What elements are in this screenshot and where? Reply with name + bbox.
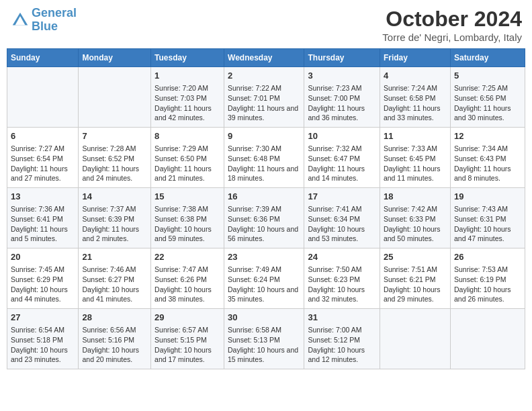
- calendar-cell: 16Sunrise: 7:39 AM Sunset: 6:36 PM Dayli…: [224, 188, 304, 248]
- calendar-cell: 23Sunrise: 7:49 AM Sunset: 6:24 PM Dayli…: [224, 248, 304, 309]
- day-number: 13: [11, 191, 75, 203]
- day-number: 12: [454, 130, 521, 142]
- day-number: 10: [308, 130, 375, 142]
- calendar-cell: 24Sunrise: 7:50 AM Sunset: 6:23 PM Dayli…: [304, 248, 380, 309]
- day-info: Sunrise: 7:49 AM Sunset: 6:24 PM Dayligh…: [228, 265, 300, 304]
- day-number: 8: [154, 130, 220, 142]
- day-number: 26: [454, 251, 521, 263]
- day-info: Sunrise: 7:46 AM Sunset: 6:27 PM Dayligh…: [82, 265, 147, 304]
- calendar-cell: 5Sunrise: 7:25 AM Sunset: 6:56 PM Daylig…: [450, 67, 525, 128]
- logo-line1: General: [32, 6, 77, 19]
- day-number: 25: [384, 251, 447, 263]
- day-number: 7: [82, 130, 147, 142]
- day-info: Sunrise: 7:23 AM Sunset: 7:00 PM Dayligh…: [308, 83, 375, 123]
- logo-icon: [10, 10, 30, 30]
- day-number: 29: [154, 312, 220, 324]
- calendar-cell: 12Sunrise: 7:34 AM Sunset: 6:43 PM Dayli…: [450, 128, 525, 188]
- day-number: 28: [82, 312, 147, 324]
- header-sunday: Sunday: [7, 49, 79, 67]
- title-block: October 2024 Torre de' Negri, Lombardy, …: [382, 7, 522, 43]
- calendar-cell: 3Sunrise: 7:23 AM Sunset: 7:00 PM Daylig…: [304, 67, 380, 128]
- day-number: 9: [228, 130, 300, 142]
- day-number: 27: [11, 312, 75, 324]
- day-info: Sunrise: 7:45 AM Sunset: 6:29 PM Dayligh…: [11, 265, 75, 304]
- logo: General Blue: [10, 7, 77, 34]
- day-info: Sunrise: 7:41 AM Sunset: 6:34 PM Dayligh…: [308, 204, 375, 244]
- calendar-cell: 1Sunrise: 7:20 AM Sunset: 7:03 PM Daylig…: [151, 67, 224, 128]
- calendar-cell: 28Sunrise: 6:56 AM Sunset: 5:16 PM Dayli…: [79, 309, 151, 369]
- day-number: 22: [154, 251, 220, 263]
- calendar-cell: 21Sunrise: 7:46 AM Sunset: 6:27 PM Dayli…: [79, 248, 151, 309]
- calendar-cell: 30Sunrise: 6:58 AM Sunset: 5:13 PM Dayli…: [224, 309, 304, 369]
- calendar-cell: [7, 67, 79, 128]
- day-number: 1: [154, 70, 220, 82]
- day-number: 6: [11, 130, 75, 142]
- logo-line2: Blue: [32, 19, 58, 33]
- location-title: Torre de' Negri, Lombardy, Italy: [382, 32, 522, 43]
- calendar-week-2: 6Sunrise: 7:27 AM Sunset: 6:54 PM Daylig…: [7, 128, 525, 188]
- calendar-cell: 26Sunrise: 7:53 AM Sunset: 6:19 PM Dayli…: [450, 248, 525, 309]
- day-number: 16: [228, 191, 300, 203]
- calendar-cell: 29Sunrise: 6:57 AM Sunset: 5:15 PM Dayli…: [151, 309, 224, 369]
- day-info: Sunrise: 7:33 AM Sunset: 6:45 PM Dayligh…: [384, 144, 447, 183]
- day-number: 11: [384, 130, 447, 142]
- day-info: Sunrise: 7:29 AM Sunset: 6:50 PM Dayligh…: [154, 144, 220, 183]
- calendar-cell: [380, 309, 450, 369]
- header-friday: Friday: [380, 49, 450, 67]
- calendar-cell: 22Sunrise: 7:47 AM Sunset: 6:26 PM Dayli…: [151, 248, 224, 309]
- calendar-cell: 7Sunrise: 7:28 AM Sunset: 6:52 PM Daylig…: [79, 128, 151, 188]
- calendar-cell: 27Sunrise: 6:54 AM Sunset: 5:18 PM Dayli…: [7, 309, 79, 369]
- day-info: Sunrise: 7:32 AM Sunset: 6:47 PM Dayligh…: [308, 144, 375, 183]
- calendar-cell: 8Sunrise: 7:29 AM Sunset: 6:50 PM Daylig…: [151, 128, 224, 188]
- calendar-cell: [450, 309, 525, 369]
- day-info: Sunrise: 7:00 AM Sunset: 5:12 PM Dayligh…: [308, 325, 375, 365]
- month-title: October 2024: [382, 7, 522, 32]
- header-tuesday: Tuesday: [151, 49, 224, 67]
- day-info: Sunrise: 7:53 AM Sunset: 6:19 PM Dayligh…: [454, 265, 521, 304]
- calendar-cell: 20Sunrise: 7:45 AM Sunset: 6:29 PM Dayli…: [7, 248, 79, 309]
- day-number: 15: [154, 191, 220, 203]
- day-info: Sunrise: 7:20 AM Sunset: 7:03 PM Dayligh…: [154, 83, 220, 123]
- calendar-cell: 25Sunrise: 7:51 AM Sunset: 6:21 PM Dayli…: [380, 248, 450, 309]
- day-number: 20: [11, 251, 75, 263]
- header-saturday: Saturday: [450, 49, 525, 67]
- page-header: General Blue October 2024 Torre de' Negr…: [7, 7, 525, 43]
- day-info: Sunrise: 7:28 AM Sunset: 6:52 PM Dayligh…: [82, 144, 147, 183]
- day-info: Sunrise: 6:58 AM Sunset: 5:13 PM Dayligh…: [228, 325, 300, 365]
- day-info: Sunrise: 7:25 AM Sunset: 6:56 PM Dayligh…: [454, 83, 521, 123]
- calendar-cell: 2Sunrise: 7:22 AM Sunset: 7:01 PM Daylig…: [224, 67, 304, 128]
- calendar-cell: 14Sunrise: 7:37 AM Sunset: 6:39 PM Dayli…: [79, 188, 151, 248]
- day-info: Sunrise: 7:37 AM Sunset: 6:39 PM Dayligh…: [82, 204, 147, 244]
- calendar-header: Sunday Monday Tuesday Wednesday Thursday…: [7, 49, 525, 67]
- calendar-cell: 17Sunrise: 7:41 AM Sunset: 6:34 PM Dayli…: [304, 188, 380, 248]
- day-number: 21: [82, 251, 147, 263]
- calendar-cell: [79, 67, 151, 128]
- header-wednesday: Wednesday: [224, 49, 304, 67]
- calendar-cell: 18Sunrise: 7:42 AM Sunset: 6:33 PM Dayli…: [380, 188, 450, 248]
- header-monday: Monday: [79, 49, 151, 67]
- day-info: Sunrise: 6:56 AM Sunset: 5:16 PM Dayligh…: [82, 325, 147, 365]
- header-row: Sunday Monday Tuesday Wednesday Thursday…: [7, 49, 525, 67]
- calendar-cell: 13Sunrise: 7:36 AM Sunset: 6:41 PM Dayli…: [7, 188, 79, 248]
- calendar-cell: 10Sunrise: 7:32 AM Sunset: 6:47 PM Dayli…: [304, 128, 380, 188]
- day-number: 23: [228, 251, 300, 263]
- calendar-cell: 15Sunrise: 7:38 AM Sunset: 6:38 PM Dayli…: [151, 188, 224, 248]
- day-number: 18: [384, 191, 447, 203]
- calendar-cell: 11Sunrise: 7:33 AM Sunset: 6:45 PM Dayli…: [380, 128, 450, 188]
- day-info: Sunrise: 7:36 AM Sunset: 6:41 PM Dayligh…: [11, 204, 75, 244]
- day-info: Sunrise: 7:47 AM Sunset: 6:26 PM Dayligh…: [154, 265, 220, 304]
- calendar-week-1: 1Sunrise: 7:20 AM Sunset: 7:03 PM Daylig…: [7, 67, 525, 128]
- day-info: Sunrise: 7:43 AM Sunset: 6:31 PM Dayligh…: [454, 204, 521, 244]
- calendar-body: 1Sunrise: 7:20 AM Sunset: 7:03 PM Daylig…: [7, 67, 525, 369]
- day-info: Sunrise: 6:54 AM Sunset: 5:18 PM Dayligh…: [11, 325, 75, 365]
- day-info: Sunrise: 7:51 AM Sunset: 6:21 PM Dayligh…: [384, 265, 447, 304]
- calendar-cell: 6Sunrise: 7:27 AM Sunset: 6:54 PM Daylig…: [7, 128, 79, 188]
- calendar-cell: 9Sunrise: 7:30 AM Sunset: 6:48 PM Daylig…: [224, 128, 304, 188]
- day-info: Sunrise: 7:24 AM Sunset: 6:58 PM Dayligh…: [384, 83, 447, 123]
- day-number: 31: [308, 312, 375, 324]
- calendar-table: Sunday Monday Tuesday Wednesday Thursday…: [7, 48, 525, 369]
- day-number: 3: [308, 70, 375, 82]
- calendar-week-3: 13Sunrise: 7:36 AM Sunset: 6:41 PM Dayli…: [7, 188, 525, 248]
- day-info: Sunrise: 7:34 AM Sunset: 6:43 PM Dayligh…: [454, 144, 521, 183]
- day-info: Sunrise: 7:27 AM Sunset: 6:54 PM Dayligh…: [11, 144, 75, 183]
